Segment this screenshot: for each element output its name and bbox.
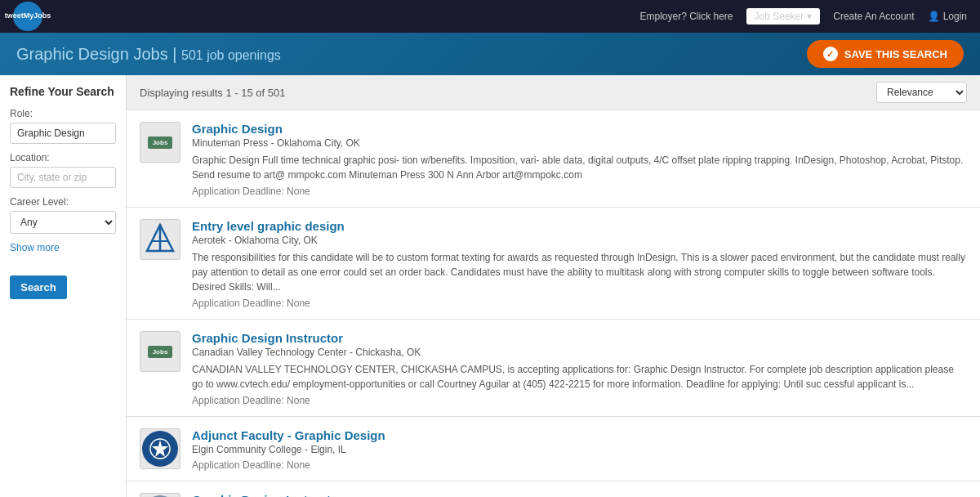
company-logo	[140, 493, 180, 497]
person-icon: 👤	[928, 11, 940, 22]
location-input[interactable]	[10, 167, 116, 188]
save-search-button[interactable]: ✓ SAVE THIS SEARCH	[807, 40, 964, 68]
logo-text-line2: MyJobs	[24, 12, 51, 20]
job-body: Graphic Design Instructor Canadian Valle…	[192, 331, 967, 406]
career-level-select[interactable]: Any Entry Level Mid Level Senior Level	[10, 211, 116, 234]
header-separator: |	[172, 45, 181, 63]
nav-right: Employer? Click here Job Seeker ▾ Create…	[639, 8, 967, 25]
career-label: Career Level:	[10, 196, 116, 208]
job-company: Canadian Valley Technology Center - Chic…	[192, 347, 967, 358]
job-title-link[interactable]: Entry level graphic design	[192, 219, 345, 233]
job-deadline: Application Deadline: None	[192, 459, 967, 471]
job-title-link[interactable]: Graphic Design Instructor	[192, 493, 343, 497]
role-input[interactable]	[10, 123, 116, 144]
site-logo[interactable]: tweet MyJobs	[13, 2, 42, 31]
sidebar-title: Refine Your Search	[10, 85, 116, 98]
star-burst-icon	[148, 437, 172, 461]
job-company: Minuteman Press - Oklahoma City, OK	[192, 137, 967, 149]
job-list: Jobs Graphic Design Minuteman Press - Ok…	[127, 110, 980, 497]
job-description: CANADIAN VALLEY TECHNOLOGY CENTER, CHICK…	[192, 362, 967, 392]
results-header: Displaying results 1 - 15 of 501 Relevan…	[127, 75, 980, 110]
job-description: Graphic Design Full time technical graph…	[192, 153, 967, 182]
job-title-link[interactable]: Graphic Design Instructor	[192, 331, 343, 345]
job-deadline: Application Deadline: None	[192, 298, 967, 309]
company-logo	[140, 428, 180, 469]
job-deadline: Application Deadline: None	[192, 395, 967, 406]
job-company: Elgin Community College - Elgin, IL	[192, 444, 967, 455]
top-navigation: tweet MyJobs Employer? Click here Job Se…	[0, 0, 980, 33]
job-body: Adjunct Faculty - Graphic Design Elgin C…	[192, 428, 967, 471]
job-count: 501 job openings	[181, 48, 281, 62]
job-title-link[interactable]: Adjunct Faculty - Graphic Design	[192, 428, 385, 442]
sidebar: Refine Your Search Role: Location: Caree…	[0, 75, 127, 497]
job-body: Graphic Design Instructor Mary Baldwin C…	[192, 493, 967, 497]
logo-text-line1: tweet	[5, 12, 24, 20]
job-body: Entry level graphic design Aerotek - Okl…	[192, 219, 967, 309]
search-button[interactable]: Search	[10, 275, 67, 299]
logo-area[interactable]: tweet MyJobs	[13, 2, 42, 31]
save-search-label: SAVE THIS SEARCH	[844, 48, 947, 60]
job-seeker-button[interactable]: Job Seeker ▾	[746, 8, 821, 25]
logo-green-text: Jobs	[148, 137, 173, 149]
page-title: Graphic Design Jobs | 501 job openings	[16, 45, 281, 64]
content-area: Displaying results 1 - 15 of 501 Relevan…	[127, 75, 980, 497]
login-label: Login	[943, 11, 967, 22]
page-title-text: Graphic Design Jobs	[16, 45, 168, 63]
job-deadline: Application Deadline: None	[192, 186, 967, 197]
chevron-down-icon: ▾	[807, 11, 812, 22]
login-button[interactable]: 👤 Login	[928, 11, 967, 22]
job-description: The responsibilities for this candidate …	[192, 250, 967, 294]
create-account-link[interactable]: Create An Account	[833, 11, 914, 22]
aerotek-logo-icon	[142, 222, 178, 257]
job-body: Graphic Design Minuteman Press - Oklahom…	[192, 122, 967, 197]
logo-green-text: Jobs	[148, 346, 173, 358]
employer-link[interactable]: Employer? Click here	[639, 11, 733, 22]
table-row: Entry level graphic design Aerotek - Okl…	[127, 208, 980, 320]
company-logo	[140, 219, 180, 260]
table-row: Jobs Graphic Design Instructor Canadian …	[127, 320, 980, 417]
table-row: Graphic Design Instructor Mary Baldwin C…	[127, 481, 980, 497]
elgin-logo-icon	[142, 431, 178, 467]
location-label: Location:	[10, 152, 116, 163]
header-bar: Graphic Design Jobs | 501 job openings ✓…	[0, 33, 980, 75]
company-logo: Jobs	[140, 331, 180, 372]
svg-marker-4	[152, 440, 168, 457]
sort-select[interactable]: Relevance Date Distance	[876, 82, 967, 103]
table-row: Jobs Graphic Design Minuteman Press - Ok…	[127, 110, 980, 208]
role-label: Role:	[10, 108, 116, 119]
main-layout: Refine Your Search Role: Location: Caree…	[0, 75, 980, 497]
job-company: Aerotek - Oklahoma City, OK	[192, 235, 967, 246]
results-count: Displaying results 1 - 15 of 501	[140, 87, 285, 99]
show-more-link[interactable]: Show more	[10, 242, 116, 253]
checkmark-icon: ✓	[823, 47, 838, 61]
job-title-link[interactable]: Graphic Design	[192, 122, 283, 136]
job-seeker-label: Job Seeker	[755, 11, 804, 22]
table-row: Adjunct Faculty - Graphic Design Elgin C…	[127, 417, 980, 481]
company-logo: Jobs	[140, 122, 180, 163]
